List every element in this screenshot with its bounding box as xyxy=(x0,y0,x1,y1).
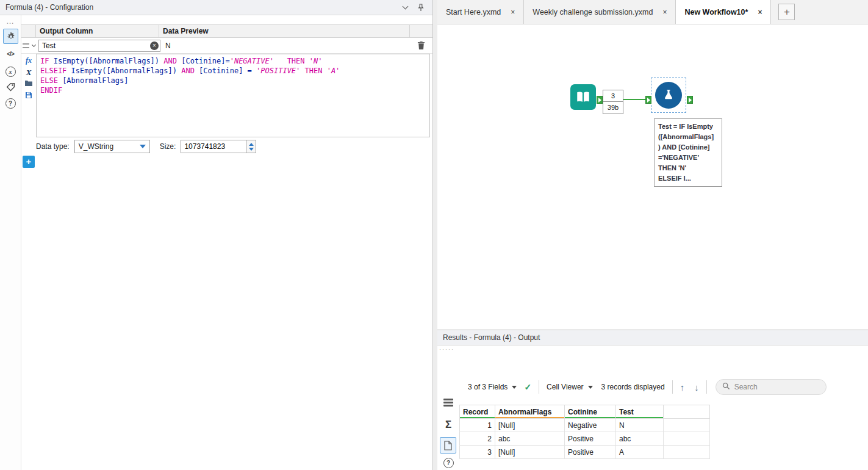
column-header[interactable] xyxy=(664,405,710,419)
spinner-up-icon[interactable] xyxy=(249,143,254,146)
annotation-line: Test = IF IsEmpty xyxy=(658,121,718,132)
fields-dropdown[interactable]: 3 of 3 Fields xyxy=(468,383,517,391)
column-header[interactable]: AbnormalFlags xyxy=(495,405,565,419)
size-input[interactable] xyxy=(181,140,246,153)
column-header-label: Cotinine xyxy=(568,408,597,416)
tool-annotation[interactable]: Test = IF IsEmpty([AbnormalFlags]) AND [… xyxy=(654,118,722,187)
table-cell[interactable]: Negative xyxy=(565,419,616,432)
output-anchor-icon[interactable] xyxy=(687,96,693,104)
collapse-chevron-icon[interactable] xyxy=(399,1,411,13)
size-label: Size: xyxy=(160,142,176,151)
up-arrow-icon[interactable]: ↑ xyxy=(680,382,685,392)
grid-view-icon[interactable] xyxy=(437,397,459,408)
annotation-line: ([AbnormalFlags] xyxy=(658,132,718,142)
table-cell[interactable]: 3 xyxy=(460,446,495,459)
table-cell[interactable]: Positive xyxy=(565,446,616,459)
table-cell[interactable] xyxy=(664,419,710,432)
tab-label: Weekly challenge submission.yxmd xyxy=(533,8,653,16)
tag-icon[interactable] xyxy=(0,82,21,92)
down-arrow-icon[interactable]: ↓ xyxy=(694,382,699,392)
tab-close-icon[interactable]: × xyxy=(662,8,667,16)
output-anchor-icon[interactable] xyxy=(597,96,603,104)
column-header[interactable]: Cotinine xyxy=(565,405,616,419)
input-anchor-icon[interactable] xyxy=(645,96,651,104)
table-cell[interactable] xyxy=(664,432,710,446)
tab-close-icon[interactable]: × xyxy=(758,8,762,16)
help-icon[interactable]: ? xyxy=(0,98,21,109)
data-type-label: Data type: xyxy=(36,142,70,151)
pin-icon[interactable] xyxy=(415,1,427,13)
formula-editor-toolbar: fx X xyxy=(21,54,36,137)
code-icon[interactable]: </> xyxy=(0,51,21,57)
size-stepper[interactable] xyxy=(246,140,256,153)
cell-viewer-dropdown[interactable]: Cell Viewer xyxy=(547,383,592,391)
output-column-field: × xyxy=(38,40,160,52)
actions-column-header xyxy=(410,25,432,37)
table-cell[interactable]: [Null] xyxy=(495,419,565,432)
row-chevron-icon[interactable] xyxy=(30,45,38,46)
table-row[interactable]: 3[Null]PositiveA xyxy=(460,446,710,459)
search-box[interactable] xyxy=(716,379,827,395)
formula-editor[interactable]: IF IsEmpty([AbnormalFlags]) AND [Cotinin… xyxy=(36,54,430,137)
sigma-icon[interactable]: Σ xyxy=(437,419,459,431)
connection-progress-badge[interactable]: 3 39b xyxy=(603,90,623,114)
search-input[interactable] xyxy=(734,383,814,391)
table-cell[interactable]: 2 xyxy=(460,432,495,446)
save-expression-icon[interactable] xyxy=(23,92,35,99)
expression-x-icon[interactable]: x xyxy=(0,67,21,77)
row-handle-column-header xyxy=(21,25,36,37)
chevron-down-icon xyxy=(588,386,593,389)
add-column-button[interactable]: + xyxy=(23,156,35,168)
workflow-tab-1[interactable]: Weekly challenge submission.yxmd× xyxy=(524,0,676,24)
column-header[interactable]: Test xyxy=(616,405,664,419)
cell-viewer-label: Cell Viewer xyxy=(547,383,583,391)
tab-label: New Workflow10* xyxy=(684,8,748,16)
table-cell[interactable]: abc xyxy=(495,432,565,446)
settings-icon[interactable] xyxy=(3,29,18,44)
formula-line: ENDIF xyxy=(40,85,426,95)
config-panel-title: Formula (4) - Configuration xyxy=(5,3,395,12)
results-panel-title: Results - Formula (4) - Output xyxy=(443,333,863,342)
delete-row-icon[interactable] xyxy=(417,41,425,50)
help-icon[interactable]: ? xyxy=(437,458,459,468)
tab-close-icon[interactable]: × xyxy=(511,8,515,16)
column-status-bar xyxy=(664,417,709,418)
spinner-down-icon[interactable] xyxy=(249,148,254,151)
table-cell[interactable]: abc xyxy=(616,432,664,446)
data-preview-header: Data Preview xyxy=(159,25,410,37)
table-cell[interactable]: N xyxy=(616,419,664,432)
workflow-tab-0[interactable]: Start Here.yxmd× xyxy=(437,0,524,24)
table-cell[interactable]: [Null] xyxy=(495,446,565,459)
formula-line: IF IsEmpty([AbnormalFlags]) AND [Cotinin… xyxy=(40,56,426,66)
clear-input-icon[interactable]: × xyxy=(150,42,159,50)
drag-handle-icon[interactable] xyxy=(23,43,29,48)
config-main: Output Column Data Preview × N xyxy=(21,15,432,470)
table-row[interactable]: 1[Null]NegativeN xyxy=(460,419,710,432)
insert-function-icon[interactable]: fx xyxy=(23,56,35,65)
formula-tool[interactable] xyxy=(655,82,682,109)
record-count: 3 xyxy=(603,90,623,102)
table-cell[interactable]: A xyxy=(616,446,664,459)
results-table-body: 1[Null]NegativeN2abcPositiveabc3[Null]Po… xyxy=(460,419,710,459)
tab-strip: Start Here.yxmd×Weekly challenge submiss… xyxy=(437,0,771,24)
column-header[interactable]: Record xyxy=(460,405,495,419)
workflow-canvas[interactable]: 3 39b Test = IF IsEmpty([AbnormalFlags])… xyxy=(437,24,868,330)
table-cell[interactable]: Positive xyxy=(565,432,616,446)
table-row[interactable]: 2abcPositiveabc xyxy=(460,432,710,446)
annotation-line: ='NEGATIVE' xyxy=(658,153,718,163)
table-cell[interactable]: 1 xyxy=(460,419,495,432)
input-data-tool[interactable] xyxy=(570,84,596,110)
apply-check-icon[interactable]: ✓ xyxy=(524,382,531,392)
data-type-select[interactable]: V_WString xyxy=(74,140,150,153)
flask-icon xyxy=(661,88,676,103)
formula-editor-area: fx X IF IsEmpty([AbnormalFlags]) AND [Co… xyxy=(21,54,430,137)
insert-variable-icon[interactable]: X xyxy=(23,68,35,78)
output-column-input[interactable] xyxy=(38,40,160,52)
folder-icon[interactable] xyxy=(23,80,35,87)
table-cell[interactable] xyxy=(664,446,710,459)
data-view-icon[interactable] xyxy=(440,437,456,454)
search-icon xyxy=(722,382,730,392)
workflow-tab-2[interactable]: New Workflow10*× xyxy=(676,0,771,24)
new-tab-button[interactable]: + xyxy=(778,4,795,20)
config-panel-header: Formula (4) - Configuration xyxy=(0,0,432,15)
